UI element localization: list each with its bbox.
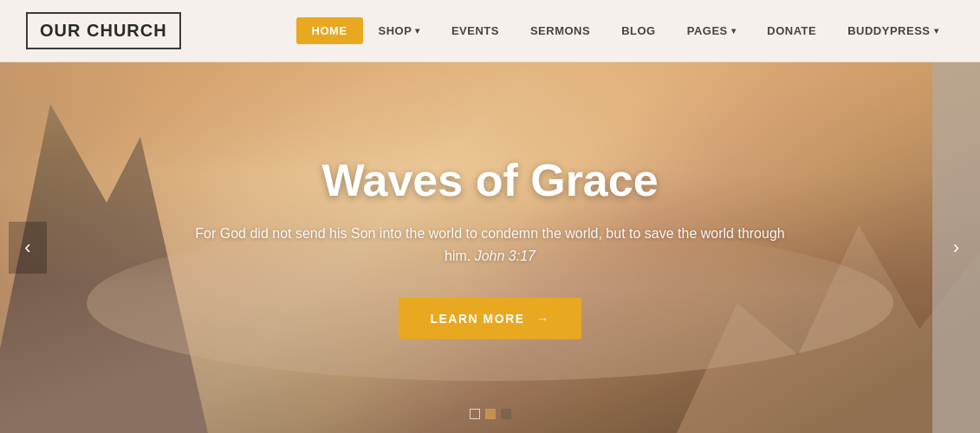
site-logo[interactable]: OUR CHURCH: [26, 12, 181, 49]
main-nav: HOME SHOP ▾ EVENTS SERMONS BLOG PAGES ▾ …: [296, 17, 954, 44]
nav-item-sermons[interactable]: SERMONS: [515, 17, 606, 44]
nav-item-events[interactable]: EVENTS: [436, 17, 515, 44]
nav-item-pages[interactable]: PAGES ▾: [672, 17, 752, 44]
hero-cta-button[interactable]: LEARN MORE →: [399, 298, 581, 339]
slider-dot-2[interactable]: [485, 409, 496, 419]
nav-item-donate[interactable]: DONATE: [751, 17, 832, 44]
hero-title: Waves of Grace: [187, 156, 794, 205]
nav-item-home[interactable]: HOME: [296, 17, 363, 44]
chevron-down-icon: ▾: [415, 26, 420, 36]
arrow-icon: →: [536, 312, 550, 326]
slider-dots: [470, 409, 511, 419]
chevron-down-icon: ▾: [934, 26, 939, 36]
slider-prev-button[interactable]: ‹: [9, 222, 47, 274]
slider-dot-1[interactable]: [470, 409, 480, 419]
nav-item-blog[interactable]: BLOG: [606, 17, 672, 44]
hero-subtitle: For God did not send his Son into the wo…: [187, 223, 794, 267]
nav-item-shop[interactable]: SHOP ▾: [363, 17, 436, 44]
site-header: OUR CHURCH HOME SHOP ▾ EVENTS SERMONS BL…: [0, 0, 980, 62]
nav-item-buddypress[interactable]: BUDDYPRESS ▾: [832, 17, 954, 44]
hero-content: Waves of Grace For God did not send his …: [187, 156, 794, 339]
chevron-down-icon: ▾: [731, 26, 737, 36]
slider-next-button[interactable]: ›: [932, 62, 980, 433]
hero-slider: ‹ Waves of Grace For God did not send hi…: [0, 62, 980, 433]
slider-dot-3[interactable]: [501, 409, 511, 419]
